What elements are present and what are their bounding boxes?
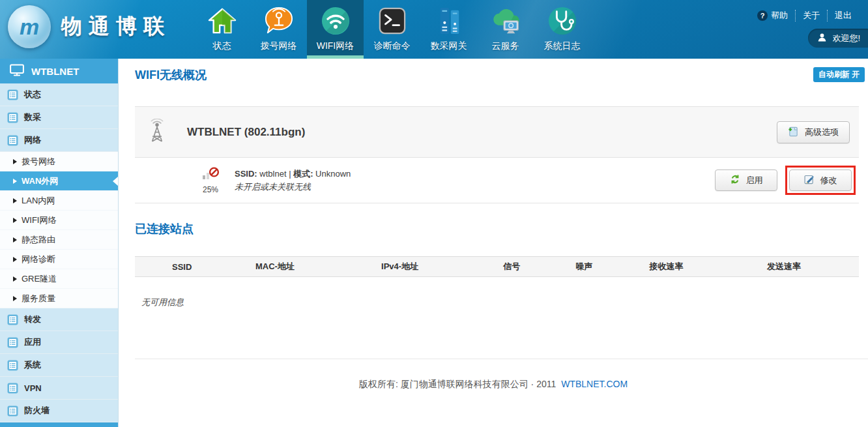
nav-label: 诊断命令 — [364, 40, 420, 52]
column-header-ipv4: IPv4-地址 — [321, 261, 479, 272]
welcome-label: 欢迎您! — [832, 33, 860, 44]
logout-link[interactable]: 退出 — [827, 10, 859, 22]
sidebar-item-gre-tunnel[interactable]: GRE隧道 — [0, 269, 118, 289]
wifi-overview-card: WTBLNET (802.11bgn) 高级选项 25% — [135, 106, 859, 203]
sidebar-item-wifi[interactable]: WIFI网络 — [0, 211, 118, 230]
nav-label: WIFI网络 — [307, 40, 364, 52]
caret-right-icon — [13, 296, 17, 301]
list-icon — [7, 337, 18, 348]
sidebar-item-label: WIFI网络 — [22, 214, 56, 226]
sidebar-item-vpn[interactable]: VPN — [0, 377, 118, 400]
monitor-icon — [10, 64, 24, 78]
antenna-tower-icon — [145, 119, 169, 146]
user-welcome-pill[interactable]: 欢迎您! — [808, 29, 868, 48]
page-title: WIFI无线概况 — [135, 67, 207, 83]
signal-strength-block: 25% — [196, 167, 225, 194]
caret-right-icon — [13, 237, 17, 243]
top-navigation: 状态 拨号网络 WIFI网络 诊断命令 — [194, 0, 590, 59]
sidebar-item-wan[interactable]: WAN外网 — [0, 171, 118, 191]
column-header-rx-rate: 接收速率 — [624, 261, 709, 272]
brand-logo: m 物通博联 — [8, 5, 171, 48]
logo-sphere-icon: m — [8, 5, 51, 48]
sidebar-item-network-diagnosis[interactable]: 网络诊断 — [0, 250, 118, 269]
sidebar-item-label: 系统 — [24, 359, 41, 371]
column-header-ssid: SSID — [135, 262, 229, 272]
refresh-icon — [730, 174, 740, 186]
nav-item-status[interactable]: 状态 — [194, 0, 250, 59]
copyright-text: 版权所有: 厦门物通博联网络科技有限公司 · 2011 — [359, 379, 556, 389]
list-icon — [7, 89, 18, 100]
about-link[interactable]: 关于 — [795, 10, 827, 22]
caret-right-icon — [13, 159, 17, 164]
nav-item-diagnostic-command[interactable]: 诊断命令 — [364, 0, 420, 59]
sidebar-item-static-route[interactable]: 静态路由 — [0, 230, 118, 250]
user-icon — [817, 33, 827, 44]
sidebar-item-label: 状态 — [24, 89, 41, 100]
sidebar-item-application[interactable]: 应用 — [0, 331, 118, 354]
sidebar-item-status[interactable]: 状态 — [0, 83, 118, 106]
signal-disabled-icon — [202, 171, 220, 183]
ssid-info: SSID: wtblnet | 模式: Unknown 未开启或未关联无线 — [235, 168, 351, 194]
sidebar-item-data-collect[interactable]: 数采 — [0, 106, 118, 129]
sidebar-item-firewall[interactable]: 防火墙 — [0, 400, 118, 422]
help-icon: ? — [757, 10, 768, 21]
list-icon — [7, 314, 18, 325]
auto-refresh-toggle[interactable]: 自动刷新 开 — [813, 67, 865, 82]
sidebar-item-label: 转发 — [24, 314, 41, 325]
column-header-tx-rate: 发送速率 — [709, 261, 859, 272]
connected-stations-table: SSID MAC-地址 IPv4-地址 信号 噪声 接收速率 发送速率 — [135, 256, 859, 277]
ssid-label: SSID: — [235, 169, 257, 179]
signal-percent: 25% — [196, 185, 225, 194]
sidebar-item-forwarding[interactable]: 转发 — [0, 308, 118, 331]
sidebar-item-qos[interactable]: 服务质量 — [0, 289, 118, 308]
sidebar-item-label: 服务质量 — [22, 293, 55, 304]
help-link[interactable]: ? 帮助 — [750, 10, 795, 22]
sidebar-item-system[interactable]: 系统 — [0, 354, 118, 377]
sidebar-item-label: VPN — [24, 383, 42, 393]
sidebar-bottom-strip — [0, 422, 118, 427]
nav-item-system-log[interactable]: 系统日志 — [534, 0, 590, 59]
footer-link[interactable]: WTBLNET.COM — [561, 379, 628, 389]
nav-item-wifi-network[interactable]: WIFI网络 — [307, 0, 364, 59]
list-icon — [7, 135, 18, 146]
modify-label: 修改 — [820, 175, 837, 186]
help-label: 帮助 — [771, 10, 788, 22]
sidebar-item-network[interactable]: 网络 — [0, 129, 118, 152]
logout-label: 退出 — [835, 10, 852, 22]
syslog-icon — [534, 4, 590, 38]
sidebar-device-title: WTBLNET — [0, 59, 118, 83]
sidebar-item-label: 应用 — [24, 336, 41, 348]
ssid-value: wtblnet — [259, 169, 286, 179]
home-icon — [194, 4, 250, 38]
list-icon — [7, 405, 18, 417]
sidebar-item-label: 数采 — [24, 111, 41, 123]
nav-item-data-gateway[interactable]: 数采网关 — [420, 0, 477, 59]
footer: 版权所有: 厦门物通博联网络科技有限公司 · 2011 WTBLNET.COM — [119, 379, 868, 390]
modify-button[interactable]: 修改 — [789, 169, 852, 191]
sidebar-title-label: WTBLNET — [31, 66, 79, 77]
nav-item-cloud-service[interactable]: 云服务 — [477, 0, 534, 59]
sidebar-item-label: 网络诊断 — [22, 254, 55, 265]
nav-label: 拨号网络 — [250, 40, 307, 52]
enable-label: 启用 — [746, 175, 763, 186]
sidebar-item-label: GRE隧道 — [22, 273, 57, 285]
footer-divider — [135, 359, 868, 359]
nav-label: 系统日志 — [534, 40, 590, 52]
nav-label: 云服务 — [477, 40, 534, 52]
gateway-icon — [420, 4, 477, 38]
dialup-network-icon — [250, 4, 307, 38]
column-header-noise: 噪声 — [545, 261, 624, 272]
new-document-icon — [788, 126, 799, 139]
sidebar-item-dialup-network[interactable]: 拨号网络 — [0, 152, 118, 171]
caret-right-icon — [13, 276, 17, 282]
caret-right-icon — [13, 198, 17, 203]
sidebar-item-label: 静态路由 — [22, 234, 55, 246]
ssid-line: SSID: wtblnet | 模式: Unknown — [235, 168, 351, 181]
enable-button[interactable]: 启用 — [715, 169, 777, 191]
mode-value: Unknown — [315, 169, 351, 179]
advanced-options-button[interactable]: 高级选项 — [777, 121, 850, 143]
nav-label: 数采网关 — [420, 40, 477, 52]
nav-item-dialup-network[interactable]: 拨号网络 — [250, 0, 307, 59]
sidebar: WTBLNET 状态 数采 网络 拨号网络 WAN外网 — [0, 59, 119, 427]
sidebar-item-lan[interactable]: LAN内网 — [0, 191, 118, 211]
